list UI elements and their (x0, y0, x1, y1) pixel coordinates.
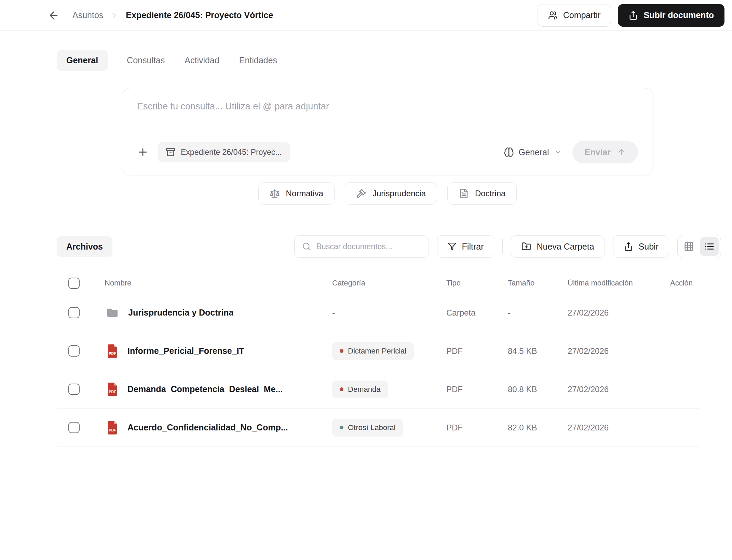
files-tools: Filtrar Nueva Carpeta Subir (294, 235, 721, 258)
breadcrumb-asuntos-link[interactable]: Asuntos (72, 10, 103, 20)
column-header-categoria: Categoría (332, 279, 446, 288)
pdf-file-icon: PDF (106, 421, 118, 435)
row-checkbox[interactable] (68, 307, 80, 318)
brain-icon (504, 147, 514, 157)
folder-icon (106, 307, 119, 319)
new-folder-button[interactable]: Nueva Carpeta (511, 235, 605, 258)
suggestion-doctrina[interactable]: Doctrina (447, 182, 517, 205)
file-size: 82.0 KB (508, 423, 568, 432)
upload-file-button[interactable]: Subir (613, 235, 669, 258)
model-selector-label: General (519, 147, 549, 157)
file-type: PDF (446, 385, 508, 394)
context-chip-label: Expediente 26/045: Proyec... (181, 148, 282, 157)
table-header-row: Nombre Categoría Tipo Tamaño Última modi… (57, 272, 699, 294)
file-name: Acuerdo_Confidencialidad_No_Comp... (127, 423, 288, 432)
grid-icon (684, 241, 694, 252)
column-header-modificacion: Última modificación (568, 279, 670, 288)
new-folder-button-label: Nueva Carpeta (537, 242, 594, 252)
tab-general[interactable]: General (57, 50, 108, 71)
suggestion-normativa-label: Normativa (286, 189, 323, 198)
grid-view-button[interactable] (680, 237, 698, 256)
folder-plus-icon (521, 242, 531, 251)
category-dot-icon (340, 426, 343, 429)
file-size: 84.5 KB (508, 346, 568, 356)
context-chip[interactable]: Expediente 26/045: Proyec... (158, 142, 290, 162)
model-selector[interactable]: General (504, 147, 562, 157)
row-checkbox[interactable] (68, 422, 80, 433)
top-bar: Asuntos Expediente 26/045: Proyecto Vórt… (0, 0, 732, 31)
category-badge-label: Otrosí Laboral (348, 423, 395, 432)
file-modified: 27/02/2026 (568, 308, 670, 318)
arrow-up-icon (617, 148, 626, 157)
list-icon (704, 241, 715, 252)
query-input[interactable] (137, 101, 638, 137)
breadcrumb: Asuntos Expediente 26/045: Proyecto Vórt… (72, 10, 273, 20)
suggestion-chips: Normativa Jurisprudencia Doctrina (122, 182, 653, 205)
filter-button[interactable]: Filtrar (437, 235, 494, 258)
search-icon (302, 242, 311, 251)
send-button-label: Enviar (585, 147, 611, 157)
file-modified: 27/02/2026 (568, 346, 670, 356)
scales-icon (270, 188, 280, 199)
category-badge-label: Demanda (348, 385, 380, 394)
users-icon (548, 11, 558, 20)
upload-document-button[interactable]: Subir documento (618, 4, 724, 27)
search-input[interactable] (316, 242, 421, 251)
category-dot-icon (340, 387, 343, 391)
view-toggle (677, 235, 721, 258)
document-search (294, 235, 429, 258)
page-title: Expediente 26/045: Proyecto Vórtice (126, 10, 273, 20)
suggestion-normativa[interactable]: Normativa (258, 182, 335, 205)
pdf-file-icon: PDF (106, 344, 118, 358)
category-badge-label: Dictamen Pericial (348, 347, 406, 356)
file-category: - (332, 308, 446, 318)
tab-bar: General Consultas Actividad Entidades (57, 50, 732, 71)
column-header-nombre: Nombre (105, 279, 332, 288)
toolbar-divider (502, 239, 503, 254)
add-attachment-button[interactable] (137, 146, 149, 158)
pdf-file-icon: PDF (106, 383, 118, 396)
select-all-checkbox[interactable] (68, 278, 80, 289)
row-checkbox[interactable] (68, 345, 80, 357)
file-name: Jurisprudencia y Doctrina (128, 308, 233, 318)
file-modified: 27/02/2026 (568, 423, 670, 432)
documents-table: Nombre Categoría Tipo Tamaño Última modi… (57, 272, 699, 447)
list-view-button[interactable] (700, 237, 719, 256)
category-badge: Demanda (332, 381, 388, 398)
category-dot-icon (340, 349, 343, 353)
files-section-title: Archivos (57, 236, 112, 257)
upload-file-button-label: Subir (639, 242, 659, 252)
arrow-left-icon (48, 10, 59, 21)
upload-icon (628, 11, 638, 20)
file-type: PDF (446, 346, 508, 356)
files-toolbar: Archivos Filtrar Nueva Carpeta Subir (57, 235, 721, 258)
upload-icon (624, 242, 633, 251)
table-row[interactable]: PDF Acuerdo_Confidencialidad_No_Comp... … (57, 409, 699, 447)
topbar-actions: Compartir Subir documento (538, 4, 724, 27)
file-text-icon (459, 188, 469, 199)
tab-consultas[interactable]: Consultas (126, 50, 165, 71)
column-header-tipo: Tipo (446, 279, 508, 288)
funnel-icon (448, 242, 457, 251)
table-row[interactable]: PDF Demanda_Competencia_Desleal_Me... De… (57, 370, 699, 409)
tab-actividad[interactable]: Actividad (184, 50, 220, 71)
plus-icon (137, 146, 149, 158)
table-row[interactable]: Jurisprudencia y Doctrina - Carpeta - 27… (57, 294, 699, 332)
category-badge: Otrosí Laboral (332, 419, 403, 437)
svg-text:PDF: PDF (109, 428, 116, 432)
query-composer: Expediente 26/045: Proyec... General Env… (122, 88, 653, 175)
suggestion-jurisprudencia[interactable]: Jurisprudencia (345, 182, 437, 205)
send-button[interactable]: Enviar (572, 141, 638, 163)
table-row[interactable]: PDF Informe_Pericial_Forense_IT Dictamen… (57, 332, 699, 370)
composer-footer: Expediente 26/045: Proyec... General Env… (137, 141, 638, 163)
share-button[interactable]: Compartir (538, 4, 611, 27)
file-type: Carpeta (446, 308, 508, 318)
tab-entidades[interactable]: Entidades (239, 50, 278, 71)
file-modified: 27/02/2026 (568, 385, 670, 394)
back-button[interactable] (48, 10, 59, 21)
row-checkbox[interactable] (68, 384, 80, 395)
svg-text:PDF: PDF (109, 351, 116, 355)
suggestion-jurisprudencia-label: Jurisprudencia (372, 189, 426, 198)
file-size: - (508, 308, 568, 318)
share-button-label: Compartir (563, 10, 601, 20)
